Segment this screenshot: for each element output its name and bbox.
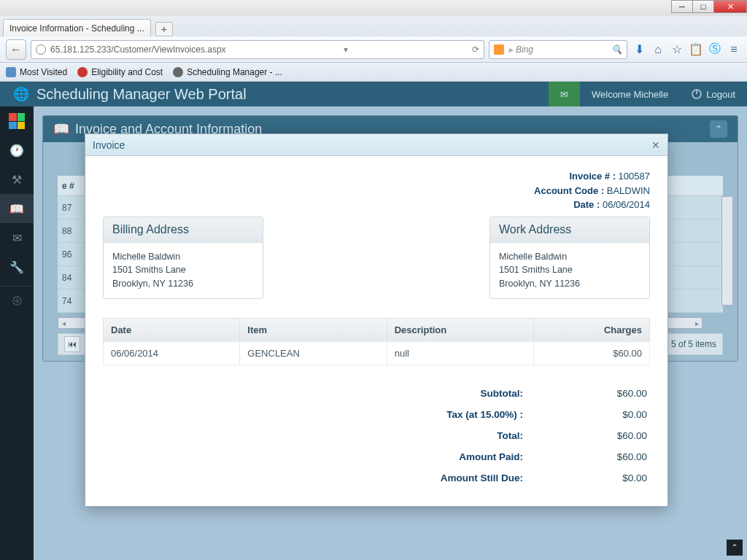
meta-label: Invoice # : — [569, 171, 616, 182]
key-icon: 🔧 — [9, 260, 24, 274]
reload-icon[interactable]: ⟳ — [472, 44, 479, 55]
cell-desc: null — [387, 341, 533, 365]
address-line: Michelle Baldwin — [112, 250, 254, 264]
bookmark-icon — [173, 67, 183, 77]
meta-value: BALDWIN — [607, 185, 650, 196]
cell-date: 06/06/2014 — [104, 341, 240, 365]
new-tab-button[interactable]: + — [155, 22, 173, 36]
mail-button[interactable]: ✉ — [549, 82, 580, 106]
url-bar[interactable]: 65.181.125.233/Customer/ViewInvoices.asp… — [31, 40, 484, 59]
address-line: Brooklyn, NY 11236 — [499, 277, 640, 291]
gavel-icon: ⚒ — [12, 173, 22, 187]
line-items-table: Date Item Description Charges 06/06/2014… — [103, 318, 650, 365]
scroll-top-button[interactable]: ⌃ — [727, 540, 743, 556]
book-icon: 📖 — [9, 202, 24, 216]
sidebar-invoices[interactable]: 📖 — [0, 194, 34, 223]
browser-tab[interactable]: Invoice Information - Scheduling ... — [3, 19, 151, 36]
invoice-meta: Invoice # : 100587 Account Code : BALDWI… — [103, 169, 650, 212]
total-value: $60.00 — [567, 451, 647, 462]
dropdown-icon[interactable]: ▾ — [344, 44, 348, 55]
total-value: $0.00 — [567, 472, 647, 483]
bookmark-label: Scheduling Manager - ... — [187, 67, 282, 77]
app-title: Scheduling Manager Web Portal — [36, 86, 247, 103]
modal-title: Invoice — [93, 139, 125, 151]
pager-status: 5 of 5 items — [671, 339, 716, 349]
sidebar-settings[interactable]: 🔧 — [0, 252, 34, 281]
window-minimize-button[interactable]: ─ — [671, 0, 693, 13]
sidebar-dashboard[interactable]: 🕐 — [0, 136, 34, 165]
window-maximize-button[interactable]: □ — [692, 0, 714, 13]
chevron-left-icon: ⦾ — [12, 295, 22, 308]
address-line: Michelle Baldwin — [499, 250, 640, 264]
vertical-scrollbar[interactable] — [721, 196, 733, 306]
skype-icon[interactable]: Ⓢ — [708, 42, 722, 57]
scroll-right-icon[interactable]: ▸ — [692, 319, 702, 327]
sidebar-legal[interactable]: ⚒ — [0, 165, 34, 194]
tab-title: Invoice Information - Scheduling ... — [9, 23, 144, 34]
book-icon: 📖 — [53, 121, 69, 137]
bookmark-star-icon[interactable]: ☆ — [670, 42, 684, 57]
bookmark-icon — [77, 67, 88, 77]
address-line: 1501 Smiths Lane — [112, 263, 254, 277]
search-bar[interactable]: ▸ Bing 🔍 — [489, 40, 627, 59]
bookmark-scheduling[interactable]: Scheduling Manager - ... — [173, 67, 282, 77]
col-desc: Description — [387, 318, 533, 341]
window-close-button[interactable]: ✕ — [713, 0, 747, 13]
address-line: 1501 Smiths Lane — [499, 263, 640, 277]
window-titlebar: ─ □ ✕ — [0, 0, 747, 16]
invoice-modal: Invoice ✕ Invoice # : 100587 Account Cod… — [85, 133, 668, 507]
total-label: Total: — [377, 430, 523, 441]
app-header: 🌐 Scheduling Manager Web Portal ✉ Welcom… — [0, 82, 747, 106]
cell: 96 — [62, 249, 85, 260]
sidebar-apps[interactable] — [0, 106, 34, 136]
pager-first-button[interactable]: ⏮ — [64, 336, 80, 352]
total-label: Amount Paid: — [377, 451, 523, 462]
col-date: Date — [104, 318, 240, 341]
cell: 87 — [62, 203, 85, 213]
welcome-text: Welcome Michelle — [580, 82, 680, 106]
total-value: $0.00 — [567, 409, 647, 420]
cell: 88 — [62, 226, 85, 236]
search-icon[interactable]: 🔍 — [611, 44, 622, 55]
totals: Subtotal:$60.00 Tax (at 15.00%) :$0.00 T… — [103, 383, 650, 489]
back-button[interactable]: ← — [6, 39, 26, 60]
cell: 74 — [62, 296, 85, 306]
sidebar: 🕐 ⚒ 📖 ✉ 🔧 ⦾ — [0, 106, 34, 560]
modal-close-button[interactable]: ✕ — [651, 139, 660, 151]
tab-strip: Invoice Information - Scheduling ... + — [0, 16, 747, 36]
work-heading: Work Address — [490, 217, 649, 243]
panel-collapse-button[interactable]: ⌃ — [710, 120, 727, 138]
sidebar-messages[interactable]: ✉ — [0, 223, 34, 252]
meta-label: Account Code : — [534, 185, 604, 196]
meta-label: Date : — [573, 199, 600, 210]
power-icon — [692, 89, 702, 99]
scroll-left-icon[interactable]: ◂ — [58, 319, 69, 327]
bookmark-label: Eligibility and Cost — [91, 67, 163, 77]
envelope-icon: ✉ — [12, 231, 22, 245]
bing-icon — [494, 44, 504, 55]
logout-label: Logout — [706, 89, 735, 100]
downloads-icon[interactable]: ⬇ — [632, 42, 646, 57]
address-line: Brooklyn, NY 11236 — [112, 277, 254, 291]
gauge-icon: 🕐 — [9, 144, 24, 158]
home-icon[interactable]: ⌂ — [651, 42, 665, 57]
total-label: Amount Still Due: — [377, 472, 523, 483]
total-label: Tax (at 15.00%) : — [377, 409, 523, 420]
line-item-row: 06/06/2014 GENCLEAN null $60.00 — [104, 341, 650, 365]
sidebar-collapse[interactable]: ⦾ — [0, 286, 34, 315]
bookmark-eligibility[interactable]: Eligibility and Cost — [77, 67, 163, 77]
nav-toolbar: ← 65.181.125.233/Customer/ViewInvoices.a… — [0, 36, 747, 63]
cell: 84 — [62, 273, 85, 283]
billing-address-box: Billing Address Michelle Baldwin 1501 Sm… — [103, 217, 263, 299]
meta-value: 100587 — [619, 171, 650, 182]
bookmark-icon — [6, 67, 16, 77]
cell-item: GENCLEAN — [240, 341, 387, 365]
total-label: Subtotal: — [377, 388, 523, 399]
menu-icon[interactable]: ≡ — [727, 42, 741, 57]
col-item: Item — [240, 318, 387, 341]
clipboard-icon[interactable]: 📋 — [689, 42, 703, 57]
bookmark-most-visited[interactable]: Most Visited — [6, 67, 67, 77]
col-header: e # — [62, 181, 85, 191]
logout-button[interactable]: Logout — [680, 82, 747, 106]
total-value: $60.00 — [567, 388, 647, 399]
